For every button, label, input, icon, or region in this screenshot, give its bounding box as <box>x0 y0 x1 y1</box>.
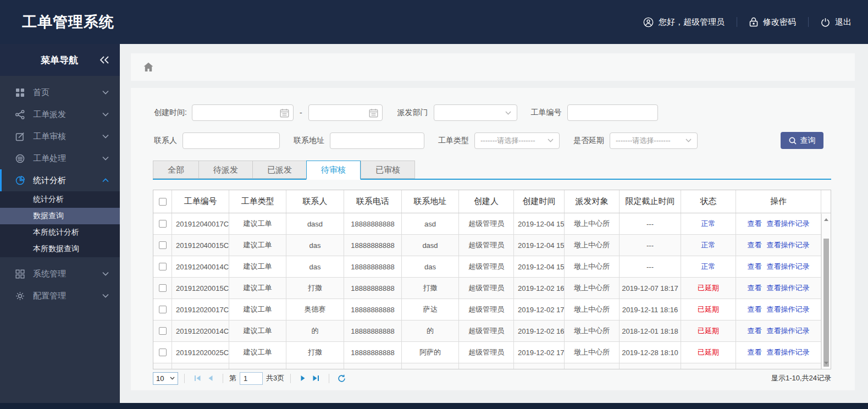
page-size-select[interactable]: 10 <box>153 372 178 385</box>
row-checkbox[interactable] <box>159 306 167 313</box>
first-page-button[interactable] <box>194 375 201 382</box>
tab-all[interactable]: 全部 <box>153 161 198 179</box>
search-button[interactable]: 查询 <box>781 132 823 149</box>
row-checkbox[interactable] <box>159 327 167 335</box>
tab-dispatched[interactable]: 已派发 <box>252 161 306 179</box>
cell-actions: 查看查看操作记录 <box>736 320 821 341</box>
cell-contact: 的 <box>286 320 344 341</box>
row-checkbox[interactable] <box>159 349 167 356</box>
cell-creator: 超级管理员 <box>459 299 514 320</box>
row-checkbox[interactable] <box>159 241 167 249</box>
sidebar-subitem-local-statistics[interactable]: 本所统计分析 <box>0 224 120 241</box>
sidebar-item-system[interactable]: 系统管理 <box>0 263 120 285</box>
row-checkbox[interactable] <box>159 263 167 270</box>
create-time-end-field <box>308 104 383 121</box>
cell-type: 建议工单 <box>229 213 286 234</box>
cell-phone: 18888888888 <box>344 278 402 299</box>
row-checkbox[interactable] <box>159 284 167 292</box>
scroll-down-icon[interactable] <box>824 362 828 364</box>
create-time-start-input[interactable] <box>192 105 293 120</box>
last-page-button[interactable] <box>312 375 319 382</box>
create-time-end-input[interactable] <box>309 105 382 120</box>
chevron-down-icon <box>102 272 109 276</box>
sidebar-item-process[interactable]: 工单处理 <box>0 147 120 169</box>
sidebar-subitem-data-query[interactable]: 数据查询 <box>0 208 120 224</box>
delayed-select[interactable]: -------请选择------- <box>610 132 698 149</box>
tab-to-dispatch[interactable]: 待派发 <box>198 161 252 179</box>
page-number-input[interactable] <box>240 372 263 385</box>
sidebar-item-home[interactable]: 首页 <box>0 81 120 103</box>
tab-reviewed[interactable]: 已审核 <box>361 161 415 179</box>
view-link[interactable]: 查看 <box>748 305 762 314</box>
cell-deadline: --- <box>620 235 681 256</box>
next-page-button[interactable] <box>300 375 306 382</box>
address-input[interactable] <box>330 133 424 148</box>
order-no-input[interactable] <box>568 105 657 120</box>
view-log-link[interactable]: 查看操作记录 <box>767 326 810 336</box>
table-row: 201912040014C建议工单das18888888888das超级管理员2… <box>153 256 831 278</box>
sidebar-item-label: 工单处理 <box>33 153 66 164</box>
logout-label: 退出 <box>835 17 852 27</box>
cell-create-time: 2019-12-02 17: <box>514 342 565 363</box>
status-tabs: 全部 待派发 已派发 待审核 已审核 <box>153 161 831 180</box>
cell-creator: 超级管理员 <box>459 320 514 341</box>
sidebar-collapse-icon[interactable] <box>99 56 110 64</box>
view-log-link[interactable]: 查看操作记录 <box>767 347 810 357</box>
view-link[interactable]: 查看 <box>748 219 762 229</box>
refresh-icon[interactable] <box>338 374 346 383</box>
view-log-link[interactable]: 查看操作记录 <box>767 283 810 293</box>
contact-label: 联系人 <box>154 136 177 146</box>
view-log-link[interactable]: 查看操作记录 <box>767 305 810 314</box>
cell-create-time: 2019-12-02 16: <box>514 278 565 299</box>
sidebar-item-dispatch[interactable]: 工单派发 <box>0 103 120 125</box>
view-link[interactable]: 查看 <box>748 240 762 250</box>
work-order-table: 工单编号工单类型联系人联系电话联系地址创建人创建时间派发对象限定截止时间状态操作… <box>153 190 831 369</box>
cell-type: 建议工单 <box>229 320 286 341</box>
view-link[interactable]: 查看 <box>748 262 762 272</box>
delayed-label: 是否延期 <box>573 136 604 146</box>
sidebar-nav-head: 菜单导航 <box>0 44 120 76</box>
view-link[interactable]: 查看 <box>748 326 762 336</box>
logout-button[interactable]: 退出 <box>821 17 852 27</box>
dispatch-dept-select[interactable] <box>434 104 517 121</box>
cell-deadline: 2019-12-07 18:17 <box>620 278 681 299</box>
cell-phone: 18888888888 <box>344 320 402 341</box>
cell-contact: das <box>286 256 344 277</box>
view-log-link[interactable]: 查看操作记录 <box>767 240 810 250</box>
cell-target: 墩上中心所 <box>565 235 620 256</box>
view-link[interactable]: 查看 <box>748 283 762 293</box>
view-log-link[interactable]: 查看操作记录 <box>767 219 810 229</box>
cell-target: 墩上中心所 <box>565 342 620 363</box>
cell-phone: 18888888888 <box>344 342 402 363</box>
scroll-up-icon[interactable] <box>824 218 828 221</box>
sidebar-item-config[interactable]: 配置管理 <box>0 285 120 307</box>
chevron-down-icon <box>102 156 109 161</box>
sidebar-subitem-label: 本所统计分析 <box>33 228 79 237</box>
select-all-checkbox[interactable] <box>159 198 167 206</box>
order-type-select[interactable]: -------请选择------- <box>474 132 560 149</box>
row-checkbox[interactable] <box>159 220 167 228</box>
contact-input[interactable] <box>183 133 279 148</box>
cell-contact: das <box>286 235 344 256</box>
user-icon <box>643 17 654 27</box>
scrollbar-thumb[interactable] <box>823 239 829 367</box>
sidebar-item-review[interactable]: 工单审核 <box>0 125 120 147</box>
pager-divider <box>223 374 223 383</box>
chevron-down-icon <box>170 377 175 380</box>
view-link[interactable]: 查看 <box>748 347 762 357</box>
tab-to-review[interactable]: 待审核 <box>306 161 361 180</box>
contact-field <box>183 132 280 149</box>
sidebar-subitem-local-data-query[interactable]: 本所数据查询 <box>0 241 120 257</box>
sidebar-subitem-statistics-analysis[interactable]: 统计分析 <box>0 191 120 208</box>
cell-deadline: 2019-12-11 18:16 <box>620 299 681 320</box>
share-icon <box>15 110 25 119</box>
change-password-button[interactable]: 修改密码 <box>749 17 796 27</box>
power-icon <box>821 18 830 27</box>
table-scrollbar[interactable] <box>821 214 831 369</box>
cell-status: 已延期 <box>681 278 736 299</box>
prev-page-button[interactable] <box>208 375 213 382</box>
sidebar-item-statistics[interactable]: 统计分析 <box>0 169 120 191</box>
home-icon[interactable] <box>143 62 154 72</box>
view-log-link[interactable]: 查看操作记录 <box>767 262 810 272</box>
total-pages: 共3页 <box>266 373 284 383</box>
